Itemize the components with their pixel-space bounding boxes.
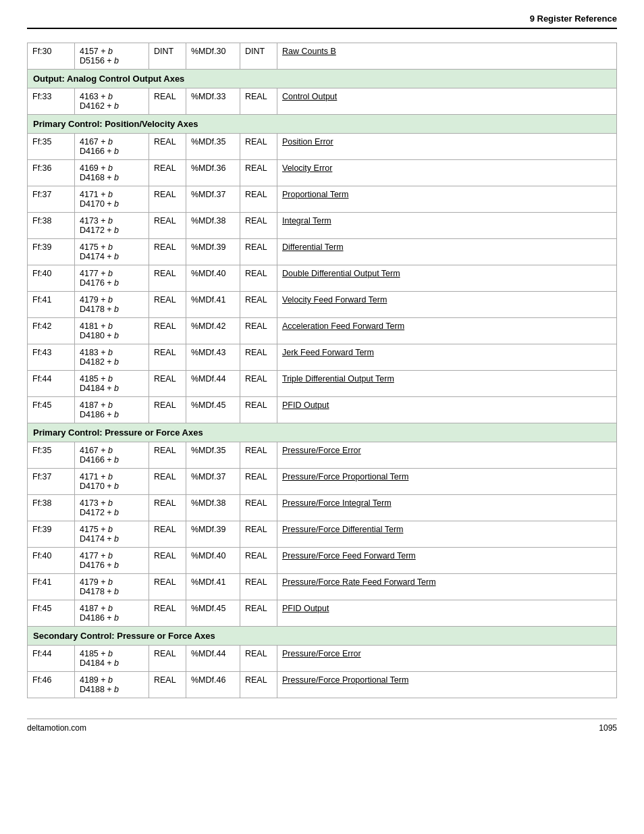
mdf-cell: %MDf.45 [186,397,240,423]
ff-cell: Ff:43 [28,344,75,371]
addr-cell: 4179 + bD4178 + b [75,292,149,318]
mdf-cell: %MDf.35 [186,442,240,469]
desc-cell: Pressure/Force Differential Term [277,521,617,548]
type1-cell: REAL [149,186,186,213]
mdf-cell: %MDf.38 [186,213,240,239]
ff-cell: Ff:35 [28,134,75,160]
mdf-cell: %MDf.40 [186,548,240,574]
addr-cell: 4167 + bD4166 + b [75,442,149,469]
desc-cell: Position Error [277,134,617,160]
table-row: Ff:384173 + bD4172 + bREAL%MDf.38REALPre… [28,495,617,521]
ff-cell: Ff:38 [28,495,75,521]
table-row: Ff:374171 + bD4170 + bREAL%MDf.37REALPre… [28,469,617,495]
addr-cell: 4171 + bD4170 + b [75,469,149,495]
desc-link[interactable]: Velocity Feed Forward Term [282,295,387,305]
mdf-cell: %MDf.37 [186,186,240,213]
desc-link[interactable]: Pressure/Force Proportional Term [282,472,408,481]
type2-cell: REAL [240,495,277,521]
type1-cell: REAL [149,292,186,318]
type1-cell: REAL [149,88,186,115]
table-row: Ff:374171 + bD4170 + bREAL%MDf.37REALPro… [28,186,617,213]
type2-cell: DINT [240,43,277,70]
register-table: Ff:304157 + bD5156 + bDINT%MDf.30DINTRaw… [27,43,617,698]
desc-link[interactable]: Velocity Error [282,163,332,173]
mdf-cell: %MDf.41 [186,574,240,600]
desc-link[interactable]: PFID Output [282,604,329,613]
addr-cell: 4175 + bD4174 + b [75,521,149,548]
desc-link[interactable]: Pressure/Force Feed Forward Term [282,551,416,561]
ff-cell: Ff:37 [28,469,75,495]
footer-right: 1095 [599,723,617,733]
ff-cell: Ff:40 [28,548,75,574]
mdf-cell: %MDf.37 [186,469,240,495]
mdf-cell: %MDf.44 [186,646,240,672]
desc-link[interactable]: Triple Differential Output Term [282,374,394,384]
type2-cell: REAL [240,239,277,265]
desc-cell: Pressure/Force Rate Feed Forward Term [277,574,617,600]
desc-link[interactable]: Differential Term [282,242,344,252]
ff-cell: Ff:45 [28,397,75,423]
addr-cell: 4181 + bD4180 + b [75,318,149,344]
type2-cell: REAL [240,397,277,423]
mdf-cell: %MDf.38 [186,495,240,521]
addr-cell: 4171 + bD4170 + b [75,186,149,213]
desc-link[interactable]: Pressure/Force Error [282,649,361,658]
type2-cell: REAL [240,318,277,344]
ff-cell: Ff:44 [28,371,75,397]
desc-link[interactable]: Double Differential Output Term [282,269,400,278]
desc-link[interactable]: Position Error [282,137,333,147]
addr-cell: 4177 + bD4176 + b [75,265,149,292]
mdf-cell: %MDf.41 [186,292,240,318]
table-row: Ff:424181 + bD4180 + bREAL%MDf.42REALAcc… [28,318,617,344]
addr-cell: 4157 + bD5156 + b [75,43,149,70]
desc-cell: Pressure/Force Error [277,646,617,672]
type1-cell: REAL [149,344,186,371]
addr-cell: 4187 + bD4186 + b [75,600,149,627]
addr-cell: 4179 + bD4178 + b [75,574,149,600]
type1-cell: REAL [149,239,186,265]
mdf-cell: %MDf.30 [186,43,240,70]
mdf-cell: %MDf.43 [186,344,240,371]
addr-cell: 4163 + bD4162 + b [75,88,149,115]
table-row: Ff:454187 + bD4186 + bREAL%MDf.45REALPFI… [28,600,617,627]
type2-cell: REAL [240,548,277,574]
desc-link[interactable]: Integral Term [282,216,331,226]
type2-cell: REAL [240,186,277,213]
ff-cell: Ff:45 [28,600,75,627]
desc-link[interactable]: Pressure/Force Integral Term [282,498,392,508]
desc-cell: Velocity Error [277,160,617,186]
table-row: Ff:354167 + bD4166 + bREAL%MDf.35REALPre… [28,442,617,469]
desc-link[interactable]: Pressure/Force Rate Feed Forward Term [282,577,436,587]
ff-cell: Ff:39 [28,521,75,548]
type1-cell: REAL [149,495,186,521]
desc-link[interactable]: PFID Output [282,400,329,410]
type2-cell: REAL [240,213,277,239]
desc-link[interactable]: Proportional Term [282,190,348,199]
type1-cell: DINT [149,43,186,70]
type1-cell: REAL [149,469,186,495]
desc-cell: Integral Term [277,213,617,239]
addr-cell: 4177 + bD4176 + b [75,548,149,574]
mdf-cell: %MDf.36 [186,160,240,186]
addr-cell: 4167 + bD4166 + b [75,134,149,160]
desc-link[interactable]: Raw Counts B [282,47,336,56]
addr-cell: 4185 + bD4184 + b [75,371,149,397]
desc-link[interactable]: Acceleration Feed Forward Term [282,321,404,331]
type2-cell: REAL [240,521,277,548]
ff-cell: Ff:30 [28,43,75,70]
desc-link[interactable]: Pressure/Force Proportional Term [282,675,408,685]
desc-link[interactable]: Pressure/Force Error [282,446,361,455]
desc-cell: Pressure/Force Feed Forward Term [277,548,617,574]
mdf-cell: %MDf.46 [186,672,240,698]
desc-link[interactable]: Pressure/Force Differential Term [282,525,403,534]
addr-cell: 4183 + bD4182 + b [75,344,149,371]
type1-cell: REAL [149,521,186,548]
type2-cell: REAL [240,442,277,469]
table-row: Ff:444185 + bD4184 + bREAL%MDf.44REALPre… [28,646,617,672]
desc-link[interactable]: Control Output [282,92,337,101]
type2-cell: REAL [240,88,277,115]
desc-link[interactable]: Jerk Feed Forward Term [282,348,374,357]
table-row: Ff:334163 + bD4162 + bREAL%MDf.33REALCon… [28,88,617,115]
table-row: Ff:394175 + bD4174 + bREAL%MDf.39REALDif… [28,239,617,265]
type2-cell: REAL [240,646,277,672]
